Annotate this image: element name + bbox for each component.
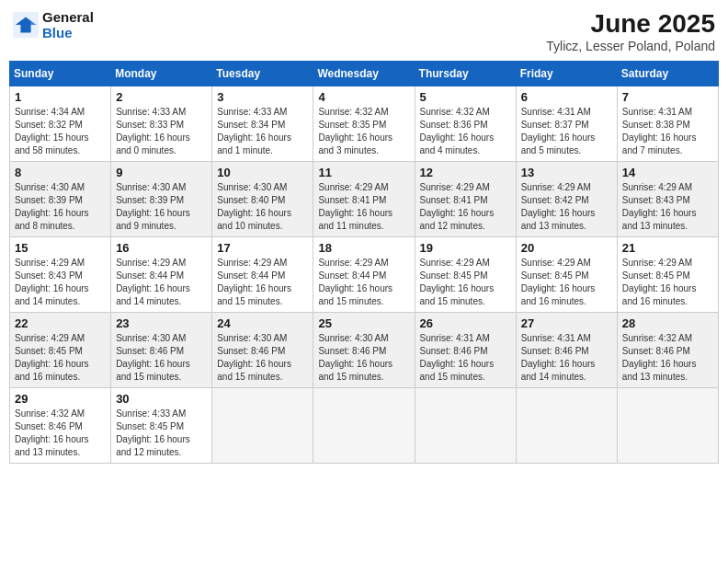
cell-info-line: Sunset: 8:46 PM: [521, 345, 612, 358]
cell-info-line: Sunset: 8:45 PM: [15, 345, 106, 358]
cell-info-line: Sunset: 8:44 PM: [318, 270, 409, 282]
cell-info-line: Daylight: 16 hours: [521, 358, 612, 371]
cell-info-line: Sunset: 8:46 PM: [622, 345, 713, 358]
calendar-week-row: 15Sunrise: 4:29 AMSunset: 8:43 PMDayligh…: [10, 237, 719, 313]
cell-info-line: Daylight: 16 hours: [318, 207, 409, 220]
day-number: 20: [521, 241, 612, 255]
day-number: 15: [15, 241, 106, 255]
calendar-cell: [212, 388, 313, 464]
cell-info-line: Daylight: 16 hours: [420, 358, 511, 371]
cell-info-line: Sunrise: 4:34 AM: [15, 106, 106, 119]
logo-icon: [13, 12, 39, 38]
calendar-week-row: 22Sunrise: 4:29 AMSunset: 8:45 PMDayligh…: [10, 313, 719, 388]
day-number: 13: [521, 166, 612, 179]
cell-info-line: Sunrise: 4:29 AM: [420, 181, 511, 194]
day-number: 26: [420, 316, 511, 330]
cell-info-line: Daylight: 16 hours: [318, 358, 409, 371]
cell-info-line: Sunset: 8:45 PM: [420, 270, 511, 282]
cell-info-line: Daylight: 16 hours: [15, 358, 106, 371]
cell-info-line: Sunrise: 4:29 AM: [15, 332, 106, 345]
cell-info-line: Daylight: 16 hours: [217, 207, 308, 220]
month-year-title: June 2025: [546, 9, 715, 39]
calendar-cell: 22Sunrise: 4:29 AMSunset: 8:45 PMDayligh…: [10, 313, 111, 388]
calendar-cell: 20Sunrise: 4:29 AMSunset: 8:45 PMDayligh…: [516, 237, 617, 313]
calendar-cell: 8Sunrise: 4:30 AMSunset: 8:39 PMDaylight…: [10, 162, 111, 237]
cell-info-line: Daylight: 16 hours: [116, 282, 207, 295]
day-number: 6: [521, 90, 612, 104]
cell-info-line: Sunset: 8:35 PM: [318, 119, 409, 132]
calendar-cell: 1Sunrise: 4:34 AMSunset: 8:32 PMDaylight…: [10, 86, 111, 162]
cell-info-line: and 5 minutes.: [521, 144, 612, 157]
calendar-cell: 28Sunrise: 4:32 AMSunset: 8:46 PMDayligh…: [617, 313, 718, 388]
cell-info-line: Sunrise: 4:30 AM: [318, 332, 409, 345]
cell-info-line: Sunrise: 4:31 AM: [622, 106, 713, 119]
day-number: 10: [217, 166, 308, 179]
calendar-cell: 21Sunrise: 4:29 AMSunset: 8:45 PMDayligh…: [617, 237, 718, 313]
cell-info-line: Sunrise: 4:31 AM: [521, 106, 612, 119]
cell-info-line: Sunrise: 4:30 AM: [217, 181, 308, 194]
weekday-header-sunday: Sunday: [10, 62, 111, 86]
cell-info-line: Sunset: 8:39 PM: [116, 194, 207, 207]
calendar-cell: 2Sunrise: 4:33 AMSunset: 8:33 PMDaylight…: [111, 86, 212, 162]
calendar-cell: [415, 388, 516, 464]
cell-info-line: Sunset: 8:40 PM: [217, 194, 308, 207]
cell-info-line: Sunset: 8:33 PM: [116, 119, 207, 132]
calendar-cell: 15Sunrise: 4:29 AMSunset: 8:43 PMDayligh…: [10, 237, 111, 313]
cell-info-line: Sunset: 8:37 PM: [521, 119, 612, 132]
day-number: 2: [116, 90, 207, 104]
weekday-header-thursday: Thursday: [415, 62, 516, 86]
day-number: 25: [318, 316, 409, 330]
cell-info-line: Sunset: 8:46 PM: [15, 420, 106, 433]
calendar-cell: [313, 388, 415, 464]
day-number: 18: [318, 241, 409, 255]
day-number: 14: [622, 166, 713, 179]
cell-info-line: and 14 minutes.: [116, 295, 207, 308]
cell-info-line: and 13 minutes.: [15, 446, 106, 459]
day-number: 29: [15, 392, 106, 406]
calendar-cell: 7Sunrise: 4:31 AMSunset: 8:38 PMDaylight…: [617, 86, 718, 162]
cell-info-line: Sunrise: 4:30 AM: [116, 181, 207, 194]
cell-info-line: Sunrise: 4:30 AM: [217, 332, 308, 345]
calendar-cell: 23Sunrise: 4:30 AMSunset: 8:46 PMDayligh…: [111, 313, 212, 388]
title-block: June 2025 Tylicz, Lesser Poland, Poland: [546, 9, 715, 53]
cell-info-line: and 14 minutes.: [15, 295, 106, 308]
cell-info-line: Sunset: 8:41 PM: [420, 194, 511, 207]
cell-info-line: and 12 minutes.: [420, 220, 511, 233]
cell-info-line: and 16 minutes.: [622, 295, 713, 308]
cell-info-line: and 10 minutes.: [217, 220, 308, 233]
logo-text: General Blue: [42, 9, 94, 40]
cell-info-line: Sunrise: 4:29 AM: [116, 257, 207, 270]
calendar-cell: 6Sunrise: 4:31 AMSunset: 8:37 PMDaylight…: [516, 86, 617, 162]
cell-info-line: Daylight: 16 hours: [622, 282, 713, 295]
cell-info-line: Sunset: 8:46 PM: [420, 345, 511, 358]
cell-info-line: Daylight: 16 hours: [15, 433, 106, 446]
calendar-cell: 11Sunrise: 4:29 AMSunset: 8:41 PMDayligh…: [313, 162, 415, 237]
cell-info-line: Daylight: 16 hours: [420, 207, 511, 220]
location-subtitle: Tylicz, Lesser Poland, Poland: [546, 39, 715, 53]
cell-info-line: Sunset: 8:39 PM: [15, 194, 106, 207]
calendar-cell: 17Sunrise: 4:29 AMSunset: 8:44 PMDayligh…: [212, 237, 313, 313]
cell-info-line: Sunrise: 4:29 AM: [217, 257, 308, 270]
cell-info-line: Sunrise: 4:33 AM: [116, 408, 207, 420]
cell-info-line: Daylight: 16 hours: [116, 433, 207, 446]
cell-info-line: and 4 minutes.: [420, 144, 511, 157]
cell-info-line: and 15 minutes.: [116, 371, 207, 384]
weekday-header-row: SundayMondayTuesdayWednesdayThursdayFrid…: [10, 62, 719, 86]
cell-info-line: Daylight: 16 hours: [521, 207, 612, 220]
cell-info-line: and 13 minutes.: [622, 220, 713, 233]
day-number: 9: [116, 166, 207, 179]
cell-info-line: Daylight: 16 hours: [217, 282, 308, 295]
cell-info-line: Sunrise: 4:32 AM: [318, 106, 409, 119]
cell-info-line: Sunset: 8:36 PM: [420, 119, 511, 132]
day-number: 28: [622, 316, 713, 330]
calendar-cell: 14Sunrise: 4:29 AMSunset: 8:43 PMDayligh…: [617, 162, 718, 237]
day-number: 22: [15, 316, 106, 330]
day-number: 3: [217, 90, 308, 104]
cell-info-line: Sunset: 8:43 PM: [15, 270, 106, 282]
cell-info-line: Sunrise: 4:30 AM: [15, 181, 106, 194]
cell-info-line: Daylight: 16 hours: [622, 132, 713, 144]
cell-info-line: and 13 minutes.: [622, 371, 713, 384]
calendar-cell: 4Sunrise: 4:32 AMSunset: 8:35 PMDaylight…: [313, 86, 415, 162]
cell-info-line: and 3 minutes.: [318, 144, 409, 157]
calendar-cell: 16Sunrise: 4:29 AMSunset: 8:44 PMDayligh…: [111, 237, 212, 313]
